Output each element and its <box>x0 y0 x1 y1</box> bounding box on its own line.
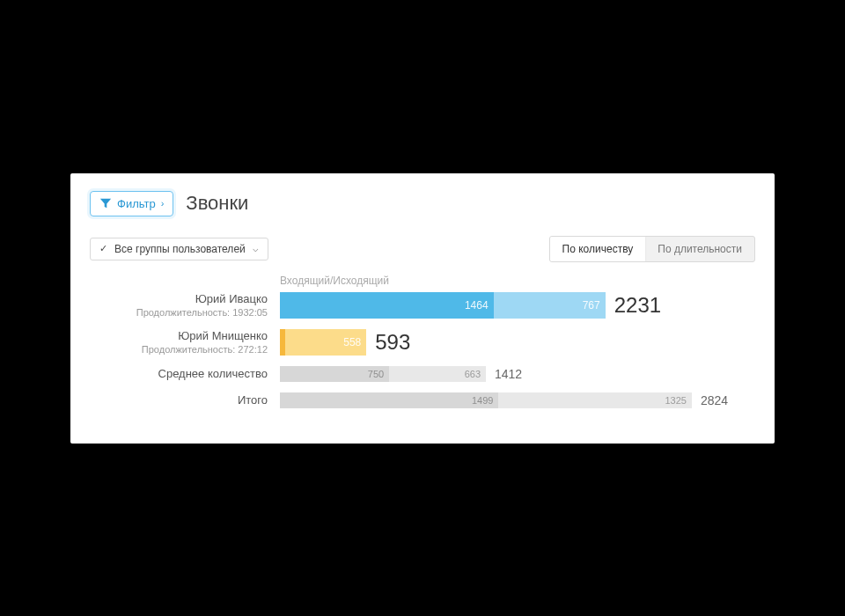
chart-row: Среднее количество7506631412 <box>90 366 755 382</box>
bar-wrap: 35558593 <box>280 329 755 356</box>
stacked-bar: 35558 <box>280 329 366 356</box>
page-title: Звонки <box>186 192 248 215</box>
header-row: Фильтр › Звонки <box>90 191 755 216</box>
stacked-bar: 1464767 <box>280 292 606 319</box>
row-name: Юрий Ивацко <box>90 292 268 305</box>
bar-segment: 1464 <box>280 292 494 319</box>
bar-segment: 1325 <box>498 392 692 408</box>
chevron-right-icon: › <box>161 198 165 209</box>
tab-by-count[interactable]: По количеству <box>550 237 646 261</box>
row-total: 2824 <box>701 393 728 407</box>
row-name: Итого <box>90 393 268 407</box>
row-subtitle: Продолжительность: 1932:05 <box>90 307 268 318</box>
row-label: Юрий ИвацкоПродолжительность: 1932:05 <box>90 292 280 318</box>
bar-segment: 750 <box>280 366 389 382</box>
bar-segment: 1499 <box>280 392 498 408</box>
row-subtitle: Продолжительность: 272:12 <box>90 344 268 355</box>
row-name: Юрий Мнищенко <box>90 329 268 342</box>
group-select[interactable]: ✓ Все группы пользователей ⌵ <box>90 238 268 260</box>
filter-button[interactable]: Фильтр › <box>90 191 173 216</box>
chart-rows: Юрий ИвацкоПродолжительность: 1932:05146… <box>90 292 755 408</box>
bar-wrap: 14647672231 <box>280 292 755 319</box>
view-tabs: По количеству По длительности <box>549 236 755 262</box>
row-total: 2231 <box>614 293 661 318</box>
row-label: Юрий МнищенкоПродолжительность: 272:12 <box>90 329 280 355</box>
tab-by-duration[interactable]: По длительности <box>645 237 754 261</box>
chart-row: Юрий ИвацкоПродолжительность: 1932:05146… <box>90 292 755 319</box>
bar-segment: 767 <box>494 292 606 319</box>
axis-label: Входящий/Исходящий <box>280 275 755 287</box>
funnel-icon <box>99 197 112 209</box>
row-label: Итого <box>90 393 280 407</box>
report-card: Фильтр › Звонки ✓ Все группы пользовател… <box>70 173 775 444</box>
stacked-bar: 750663 <box>280 366 486 382</box>
group-select-label: Все группы пользователей <box>114 243 246 255</box>
chart-row: Юрий МнищенкоПродолжительность: 272:1235… <box>90 329 755 356</box>
chevron-down-icon: ⌵ <box>253 243 259 254</box>
chart-area: Входящий/Исходящий Юрий ИвацкоПродолжите… <box>90 275 755 408</box>
controls-row: ✓ Все группы пользователей ⌵ По количест… <box>90 236 755 262</box>
bar-segment: 558 <box>285 329 366 356</box>
row-total: 1412 <box>495 367 522 381</box>
row-total: 593 <box>375 330 410 355</box>
bar-wrap: 7506631412 <box>280 366 755 382</box>
chart-row: Итого149913252824 <box>90 392 755 408</box>
bar-segment: 663 <box>389 366 486 382</box>
bar-wrap: 149913252824 <box>280 392 755 408</box>
row-name: Среднее количество <box>90 367 268 380</box>
row-label: Среднее количество <box>90 367 280 380</box>
stacked-bar: 14991325 <box>280 392 692 408</box>
filter-label: Фильтр <box>117 197 156 210</box>
check-icon: ✓ <box>99 243 107 254</box>
